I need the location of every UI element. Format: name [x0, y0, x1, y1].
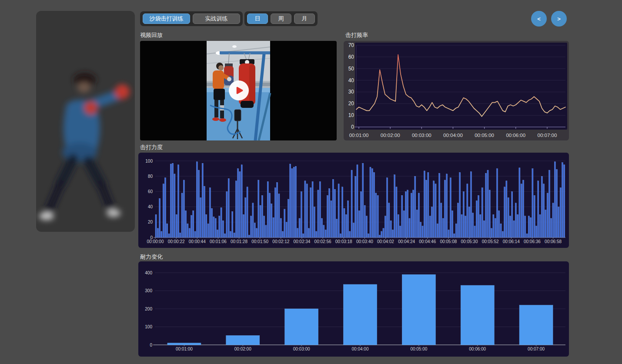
svg-text:00:05:00: 00:05:00 — [475, 133, 494, 138]
play-button[interactable] — [229, 80, 249, 100]
force-chart-panel: 02040608010000:00:0000:00:2200:00:4400:0… — [138, 153, 569, 248]
svg-text:00:04:24: 00:04:24 — [398, 239, 415, 244]
svg-text:00:04:00: 00:04:00 — [352, 347, 369, 351]
svg-text:00:04:02: 00:04:02 — [377, 239, 394, 244]
svg-text:00:03:00: 00:03:00 — [412, 133, 431, 138]
chevron-right-icon: > — [557, 16, 561, 22]
svg-text:40: 40 — [348, 77, 354, 83]
svg-text:80: 80 — [148, 174, 153, 179]
endurance-bar-chart: 010020030040000:01:0000:02:0000:03:0000:… — [138, 261, 569, 357]
next-button[interactable]: > — [551, 11, 567, 27]
frequency-chart-title: 击打频率 — [345, 31, 368, 39]
svg-text:00:01:50: 00:01:50 — [251, 239, 268, 244]
tab-sparring-training[interactable]: 实战训练 — [193, 13, 240, 24]
svg-text:00:02:12: 00:02:12 — [272, 239, 289, 244]
frequency-line-chart: 01020304050607000:01:0000:02:0000:03:000… — [344, 41, 569, 140]
svg-text:00:05:30: 00:05:30 — [461, 239, 478, 244]
chevron-left-icon: < — [537, 16, 541, 22]
svg-text:400: 400 — [145, 270, 152, 275]
svg-text:00:06:14: 00:06:14 — [503, 239, 520, 244]
svg-text:00:03:18: 00:03:18 — [335, 239, 352, 244]
svg-text:00:03:40: 00:03:40 — [356, 239, 373, 244]
boxing-training-dashboard: 沙袋击打训练 实战训练 日 周 月 < > 视频回放 — [0, 0, 622, 364]
svg-text:30: 30 — [348, 89, 354, 95]
svg-text:300: 300 — [145, 288, 152, 293]
tab-week[interactable]: 周 — [271, 13, 291, 24]
svg-text:00:01:06: 00:01:06 — [210, 239, 227, 244]
svg-text:00:02:00: 00:02:00 — [234, 347, 251, 351]
svg-text:00:07:00: 00:07:00 — [528, 347, 545, 351]
tab-day[interactable]: 日 — [247, 13, 268, 24]
svg-text:00:01:28: 00:01:28 — [231, 239, 247, 244]
svg-text:00:02:00: 00:02:00 — [381, 133, 400, 138]
svg-text:00:01:00: 00:01:00 — [176, 347, 193, 351]
boxer-figure — [39, 73, 130, 220]
svg-text:10: 10 — [348, 112, 354, 118]
endurance-chart-panel: 010020030040000:01:0000:02:0000:03:0000:… — [138, 261, 569, 357]
svg-text:00:06:00: 00:06:00 — [506, 133, 525, 138]
svg-text:00:05:52: 00:05:52 — [482, 239, 499, 244]
svg-text:00:02:34: 00:02:34 — [293, 239, 310, 244]
force-chart-title: 击打力度 — [140, 144, 163, 151]
svg-text:00:04:00: 00:04:00 — [443, 133, 463, 138]
svg-text:100: 100 — [145, 324, 152, 329]
svg-text:00:06:00: 00:06:00 — [469, 347, 486, 351]
svg-text:00:06:36: 00:06:36 — [524, 239, 541, 244]
tab-month[interactable]: 月 — [294, 13, 315, 24]
svg-text:0: 0 — [150, 343, 152, 347]
svg-text:00:05:08: 00:05:08 — [440, 239, 457, 244]
svg-text:00:06:58: 00:06:58 — [545, 239, 562, 244]
video-section-title: 视频回放 — [140, 31, 163, 39]
training-type-tabs: 沙袋击打训练 实战训练 — [140, 11, 243, 26]
athlete-photo-panel — [36, 11, 135, 232]
period-tabs: 日 周 月 — [244, 11, 318, 26]
force-bar-chart: 02040608010000:00:0000:00:2200:00:4400:0… — [138, 153, 569, 248]
svg-text:20: 20 — [148, 220, 153, 224]
frequency-chart-panel: 01020304050607000:01:0000:02:0000:03:000… — [344, 41, 569, 140]
svg-text:20: 20 — [348, 100, 354, 107]
svg-text:00:00:00: 00:00:00 — [147, 239, 164, 244]
svg-text:0: 0 — [351, 124, 354, 130]
video-player[interactable] — [140, 41, 337, 140]
endurance-chart-title: 耐力变化 — [140, 253, 163, 261]
svg-text:60: 60 — [148, 189, 153, 194]
svg-text:200: 200 — [145, 307, 152, 311]
play-icon — [234, 85, 244, 96]
svg-text:60: 60 — [348, 54, 354, 60]
tab-sandbag-training[interactable]: 沙袋击打训练 — [143, 13, 190, 24]
svg-text:00:02:56: 00:02:56 — [314, 239, 331, 244]
svg-text:50: 50 — [348, 66, 354, 72]
prev-button[interactable]: < — [531, 11, 547, 27]
svg-text:100: 100 — [145, 159, 153, 164]
svg-text:70: 70 — [348, 42, 354, 48]
svg-text:00:00:44: 00:00:44 — [189, 239, 206, 244]
svg-text:40: 40 — [148, 204, 153, 209]
svg-text:00:00:22: 00:00:22 — [168, 239, 185, 244]
svg-text:00:07:00: 00:07:00 — [538, 133, 557, 138]
svg-text:00:04:46: 00:04:46 — [419, 239, 436, 244]
svg-text:00:03:00: 00:03:00 — [293, 347, 310, 351]
boxer-blurred-image — [36, 11, 135, 232]
svg-text:00:01:00: 00:01:00 — [349, 133, 369, 138]
svg-text:00:05:00: 00:05:00 — [410, 347, 427, 351]
